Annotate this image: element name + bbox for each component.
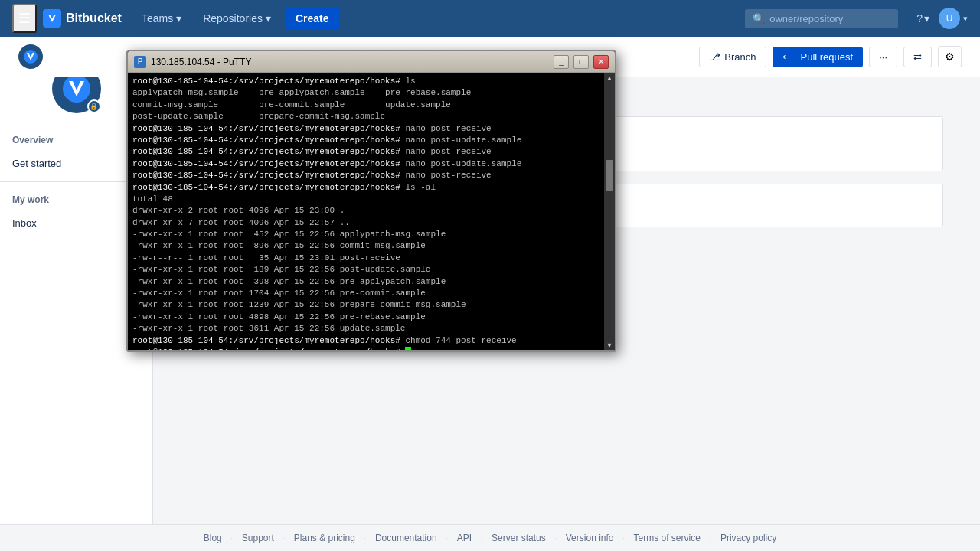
terminal-line-17: -rwxr-xr-x 1 root root 189 Apr 15 22:56 … — [132, 264, 599, 276]
footer-docs-link[interactable]: Documentation — [375, 533, 437, 543]
putty-terminal[interactable]: root@130-185-104-54:/srv/projects/myremo… — [128, 73, 604, 350]
putty-body: root@130-185-104-54:/srv/projects/myremo… — [128, 73, 615, 350]
terminal-cursor — [405, 347, 411, 350]
footer-plans-link[interactable]: Plans & pricing — [294, 533, 355, 543]
footer: Blog · Support · Plans & pricing · Docum… — [0, 524, 980, 551]
terminal-line-19: -rwxr-xr-x 1 root root 1704 Apr 15 22:56… — [132, 288, 599, 299]
footer-api-link[interactable]: API — [457, 533, 472, 543]
pull-request-label: Pull request — [801, 51, 854, 63]
compare-icon: ⇄ — [913, 51, 922, 63]
repositories-label: Repositories — [203, 12, 263, 24]
terminal-line-9: root@130-185-104-54:/srv/projects/myremo… — [132, 170, 599, 181]
putty-icon: P — [134, 56, 146, 68]
terminal-line-3: commit-msg.sample pre-commit.sample upda… — [132, 99, 599, 111]
avatar-chevron: ▾ — [963, 14, 968, 24]
user-avatar-button[interactable]: U — [939, 8, 960, 29]
terminal-line-18: -rwxr-xr-x 1 root root 398 Apr 15 22:56 … — [132, 276, 599, 288]
svg-point-0 — [24, 50, 38, 64]
terminal-line-7: root@130-185-104-54:/srv/projects/myremo… — [132, 146, 599, 158]
terminal-line-5: root@130-185-104-54:/srv/projects/myremo… — [132, 123, 599, 135]
terminal-line-1: root@130-185-104-54:/srv/projects/myremo… — [132, 76, 599, 87]
logo[interactable]: Bitbucket — [43, 9, 122, 28]
avatar-initial: U — [946, 13, 953, 24]
logo-text: Bitbucket — [66, 11, 122, 25]
scroll-up-button[interactable]: ▲ — [605, 73, 615, 83]
scroll-down-button[interactable]: ▼ — [605, 340, 615, 350]
terminal-line-14: -rwxr-xr-x 1 root root 452 Apr 15 22:56 … — [132, 229, 599, 240]
logo-icon — [43, 9, 61, 28]
teams-label: Teams — [142, 12, 173, 24]
branch-label: Branch — [724, 51, 756, 63]
branch-icon: ⎇ — [709, 51, 720, 63]
terminal-line-12: drwxr-xr-x 2 root root 4096 Apr 15 23:00… — [132, 205, 599, 217]
terminal-line-15: -rwxr-xr-x 1 root root 896 Apr 15 22:56 … — [132, 240, 599, 252]
terminal-line-2: applypatch-msg.sample pre-applypatch.sam… — [132, 87, 599, 99]
putty-scrollbar[interactable]: ▲ ▼ — [604, 73, 615, 350]
more-button[interactable]: ··· — [869, 47, 897, 67]
create-button[interactable]: Create — [285, 8, 340, 29]
terminal-line-8: root@130-185-104-54:/srv/projects/myremo… — [132, 158, 599, 170]
more-icon: ··· — [879, 51, 887, 63]
footer-version-link[interactable]: Version info — [566, 533, 614, 543]
terminal-line-13: drwxr-xr-x 7 root root 4096 Apr 15 22:57… — [132, 217, 599, 229]
help-icon: ? — [916, 12, 923, 24]
putty-window: P 130.185.104.54 - PuTTY _ □ ✕ root@130-… — [126, 50, 616, 352]
repos-chevron: ▾ — [266, 12, 271, 24]
terminal-line-23: root@130-185-104-54:/srv/projects/myremo… — [132, 335, 599, 347]
terminal-line-21: -rwxr-xr-x 1 root root 4898 Apr 15 22:56… — [132, 311, 599, 323]
footer-server-status-link[interactable]: Server status — [492, 533, 546, 543]
navbar: ☰ Bitbucket Teams ▾ Repositories ▾ Creat… — [0, 0, 980, 37]
putty-close-button[interactable]: ✕ — [593, 55, 609, 69]
scroll-thumb[interactable] — [606, 160, 613, 191]
repo-avatar — [18, 44, 43, 69]
putty-minimize-button[interactable]: _ — [554, 55, 569, 69]
terminal-line-6: root@130-185-104-54:/srv/projects/myremo… — [132, 135, 599, 146]
hamburger-button[interactable]: ☰ — [12, 4, 37, 33]
teams-chevron: ▾ — [176, 12, 181, 24]
help-chevron: ▾ — [924, 12, 929, 24]
putty-title: 130.185.104.54 - PuTTY — [151, 57, 549, 67]
footer-tos-link[interactable]: Terms of service — [634, 533, 701, 543]
svg-point-1 — [63, 75, 90, 103]
terminal-line-11: total 48 — [132, 194, 599, 205]
footer-support-link[interactable]: Support — [242, 533, 274, 543]
terminal-line-4: post-update.sample prepare-commit-msg.sa… — [132, 111, 599, 122]
putty-titlebar: P 130.185.104.54 - PuTTY _ □ ✕ — [128, 51, 615, 73]
putty-maximize-button[interactable]: □ — [573, 55, 589, 69]
repo-header-buttons: ⎇ Branch ⟵ Pull request ··· ⇄ ⚙ — [699, 46, 962, 67]
pull-request-button[interactable]: ⟵ Pull request — [773, 47, 864, 67]
nav-right-icons: ? ▾ U ▾ — [910, 8, 968, 29]
settings-button[interactable]: ⚙ — [938, 46, 962, 67]
footer-blog-link[interactable]: Blog — [204, 533, 222, 543]
sidebar-lock-icon: 🔒 — [87, 99, 101, 113]
terminal-line-22: -rwxr-xr-x 1 root root 3611 Apr 15 22:56… — [132, 323, 599, 334]
search-box[interactable]: 🔍 — [745, 9, 898, 28]
footer-privacy-link[interactable]: Privacy policy — [720, 533, 776, 543]
gear-icon: ⚙ — [945, 51, 955, 63]
help-button[interactable]: ? ▾ — [910, 8, 936, 29]
compare-button[interactable]: ⇄ — [903, 47, 932, 67]
search-input[interactable] — [769, 13, 877, 24]
teams-menu-button[interactable]: Teams ▾ — [134, 8, 189, 29]
terminal-line-10: root@130-185-104-54:/srv/projects/myremo… — [132, 182, 599, 194]
search-icon: 🔍 — [753, 13, 765, 24]
terminal-line-16: -rw-r--r-- 1 root root 35 Apr 15 23:01 p… — [132, 253, 599, 264]
branch-button[interactable]: ⎇ Branch — [699, 47, 766, 67]
pull-request-icon: ⟵ — [782, 51, 797, 63]
terminal-line-20: -rwxr-xr-x 1 root root 1239 Apr 15 22:56… — [132, 299, 599, 311]
terminal-prompt-line: root@130-185-104-54:/srv/projects/myremo… — [132, 347, 599, 350]
repositories-menu-button[interactable]: Repositories ▾ — [195, 8, 279, 29]
